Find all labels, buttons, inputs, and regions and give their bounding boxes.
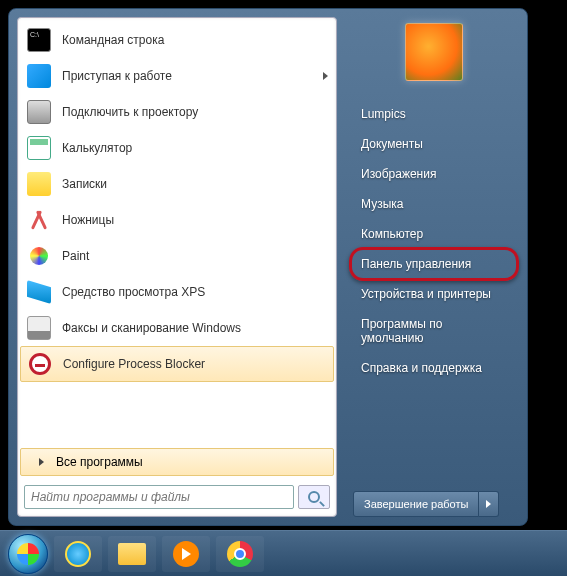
right-item-documents[interactable]: Документы xyxy=(353,129,515,159)
shutdown-button[interactable]: Завершение работы xyxy=(353,491,479,517)
getting-started-icon xyxy=(26,63,52,89)
right-item-control-panel[interactable]: Панель управления xyxy=(353,249,515,279)
right-item-label: Изображения xyxy=(361,167,436,181)
sticky-notes-icon xyxy=(26,171,52,197)
program-item-xps-viewer[interactable]: Средство просмотра XPS xyxy=(20,274,334,310)
start-menu-left-panel: Командная строкаПриступая к работеПодклю… xyxy=(17,17,337,517)
snipping-tool-icon xyxy=(26,207,52,233)
right-item-label: Панель управления xyxy=(361,257,471,271)
right-item-label: Компьютер xyxy=(361,227,423,241)
program-item-cmd[interactable]: Командная строка xyxy=(20,22,334,58)
all-programs-label: Все программы xyxy=(56,455,143,469)
search-box xyxy=(24,484,330,510)
process-blocker-icon xyxy=(27,351,53,377)
right-item-music[interactable]: Музыка xyxy=(353,189,515,219)
program-item-sticky-notes[interactable]: Записки xyxy=(20,166,334,202)
right-item-label: Документы xyxy=(361,137,423,151)
start-button[interactable] xyxy=(8,534,48,574)
folder-icon xyxy=(118,543,146,565)
cmd-icon xyxy=(26,27,52,53)
right-item-label: Музыка xyxy=(361,197,403,211)
ie-icon xyxy=(65,541,91,567)
taskbar-chrome[interactable] xyxy=(216,536,264,572)
program-label: Configure Process Blocker xyxy=(63,357,205,371)
start-menu-right-panel: LumpicsДокументыИзображенияМузыкаКомпьют… xyxy=(337,9,527,525)
program-label: Paint xyxy=(62,249,89,263)
taskbar xyxy=(0,530,567,576)
start-menu: Командная строкаПриступая к работеПодклю… xyxy=(8,8,528,526)
shutdown-label: Завершение работы xyxy=(364,498,468,510)
chrome-icon xyxy=(227,541,253,567)
user-avatar[interactable] xyxy=(405,23,463,81)
program-item-calculator[interactable]: Калькулятор xyxy=(20,130,334,166)
right-item-user[interactable]: Lumpics xyxy=(353,99,515,129)
program-item-projector[interactable]: Подключить к проектору xyxy=(20,94,334,130)
right-item-label: Lumpics xyxy=(361,107,406,121)
right-item-label: Программы по умолчанию xyxy=(361,317,442,345)
right-item-computer[interactable]: Компьютер xyxy=(353,219,515,249)
right-item-default-programs[interactable]: Программы по умолчанию xyxy=(353,309,515,353)
search-icon xyxy=(308,491,320,503)
program-label: Факсы и сканирование Windows xyxy=(62,321,241,335)
right-item-help[interactable]: Справка и поддержка xyxy=(353,353,515,383)
shutdown-row: Завершение работы xyxy=(353,491,515,517)
program-list: Командная строкаПриступая к работеПодклю… xyxy=(18,18,336,446)
right-item-devices-printers[interactable]: Устройства и принтеры xyxy=(353,279,515,309)
program-label: Ножницы xyxy=(62,213,114,227)
right-item-label: Устройства и принтеры xyxy=(361,287,491,301)
program-item-paint[interactable]: Paint xyxy=(20,238,334,274)
paint-icon xyxy=(26,243,52,269)
program-item-process-blocker[interactable]: Configure Process Blocker xyxy=(20,346,334,382)
xps-viewer-icon xyxy=(26,279,52,305)
right-item-pictures[interactable]: Изображения xyxy=(353,159,515,189)
program-label: Средство просмотра XPS xyxy=(62,285,205,299)
program-label: Приступая к работе xyxy=(62,69,172,83)
program-label: Подключить к проектору xyxy=(62,105,198,119)
taskbar-ie[interactable] xyxy=(54,536,102,572)
wmp-icon xyxy=(173,541,199,567)
program-label: Записки xyxy=(62,177,107,191)
right-item-label: Справка и поддержка xyxy=(361,361,482,375)
program-label: Калькулятор xyxy=(62,141,132,155)
all-programs-button[interactable]: Все программы xyxy=(20,448,334,476)
taskbar-wmp[interactable] xyxy=(162,536,210,572)
projector-icon xyxy=(26,99,52,125)
shutdown-options-button[interactable] xyxy=(479,491,499,517)
taskbar-explorer[interactable] xyxy=(108,536,156,572)
program-item-getting-started[interactable]: Приступая к работе xyxy=(20,58,334,94)
fax-scan-icon xyxy=(26,315,52,341)
program-item-snipping-tool[interactable]: Ножницы xyxy=(20,202,334,238)
submenu-arrow-icon xyxy=(323,72,328,80)
program-item-fax-scan[interactable]: Факсы и сканирование Windows xyxy=(20,310,334,346)
calculator-icon xyxy=(26,135,52,161)
program-label: Командная строка xyxy=(62,33,164,47)
search-button[interactable] xyxy=(298,485,330,509)
search-input[interactable] xyxy=(24,485,294,509)
